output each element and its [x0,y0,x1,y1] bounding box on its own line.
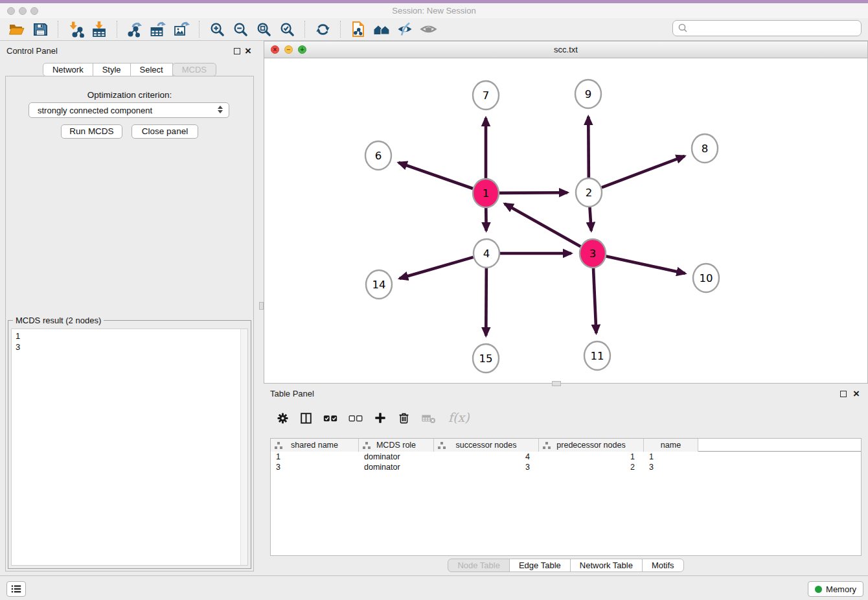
table-panel-title: Table Panel [270,389,314,398]
column-header-name[interactable]: name [644,439,698,452]
graph-edge-3-11[interactable] [593,268,596,333]
table-row[interactable]: 1dominator411 [271,452,861,462]
toolbar-separator [304,21,305,38]
mcds-result-scrollbar[interactable] [240,329,247,565]
table-cell[interactable]: 3 [271,462,359,472]
criterion-dropdown[interactable]: strongly connected component [29,102,229,118]
tab-select[interactable]: Select [130,63,173,76]
graph-node-7[interactable]: 7 [473,81,499,110]
memory-status-icon [815,586,822,593]
first-neighbors-button[interactable] [370,19,393,39]
tab-node-table[interactable]: Node Table [448,559,510,572]
graph-node-11[interactable]: 11 [584,341,610,370]
table-settings-button[interactable] [277,410,289,426]
close-panel-icon[interactable]: × [245,48,251,54]
graph-edge-4-15[interactable] [486,268,486,336]
table-cell[interactable]: 3 [644,462,698,472]
graph-edge-2-9[interactable] [588,117,589,178]
delete-row-button[interactable] [398,410,410,426]
tab-motifs[interactable]: Motifs [642,559,684,572]
graph-edge-3-1[interactable] [505,203,580,246]
node-table: shared nameMCDS rolesuccessor nodesprede… [270,438,862,556]
table-cell[interactable]: 3 [434,462,539,472]
memory-button[interactable]: Memory [808,581,863,597]
float-table-panel-icon[interactable] [840,391,847,397]
delete-table-button[interactable] [421,410,437,426]
mcds-result-group: MCDS result (2 nodes) 13 [8,320,251,569]
table-cell[interactable]: 2 [539,462,644,472]
graph-node-1[interactable]: 1 [473,179,499,207]
table-cell[interactable]: dominator [359,462,434,472]
zoom-selected-button[interactable] [275,19,299,39]
tab-network-table[interactable]: Network Table [570,559,643,572]
vertical-divider-handle[interactable] [259,302,264,310]
deselect-all-button[interactable] [348,410,363,426]
search-input[interactable] [689,22,861,35]
new-network-from-selection-button[interactable] [347,19,370,39]
horizontal-divider-handle[interactable] [552,381,561,386]
column-header-predecessor-nodes[interactable]: predecessor nodes [539,439,644,452]
graph-node-4[interactable]: 4 [474,239,499,268]
tab-network[interactable]: Network [43,63,93,76]
column-header-shared-name[interactable]: shared name [271,439,359,452]
column-type-icon [438,442,446,449]
search-box[interactable] [672,20,862,36]
graph-node-14[interactable]: 14 [366,270,392,299]
table-cell[interactable]: 1 [271,452,359,462]
graph-edge-2-8[interactable] [602,156,685,188]
select-all-button[interactable] [323,410,337,426]
column-header-label: MCDS role [376,441,416,450]
export-image-button[interactable] [170,19,193,39]
network-view-window: × − + scc.txt 7968124314101511 [264,41,868,384]
tab-mcds[interactable]: MCDS [172,63,216,76]
graph-edge-2-3[interactable] [589,207,591,231]
hide-selected-button[interactable] [393,19,417,39]
table-row[interactable]: 3dominator323 [271,462,861,472]
mcds-result-line: 1 [16,330,244,341]
import-network-button[interactable] [64,19,87,39]
graph-node-2[interactable]: 2 [576,178,602,207]
open-session-button[interactable] [5,19,29,39]
graph-node-15[interactable]: 15 [473,344,499,373]
table-columns-button[interactable] [300,410,312,426]
show-graphics-details-button[interactable] [417,19,440,39]
graph-edge-1-2[interactable] [499,192,567,193]
mcds-result-textarea[interactable]: 13 [11,329,248,566]
zoom-in-button[interactable] [205,19,229,39]
refresh-button[interactable] [311,19,334,39]
graph-node-9[interactable]: 9 [575,80,601,108]
table-cell[interactable]: 4 [434,452,539,462]
save-session-button[interactable] [29,19,52,39]
zoom-fit-button[interactable] [252,19,275,39]
graph-edge-4-14[interactable] [400,257,474,279]
function-builder-button[interactable]: f(x) [448,410,470,426]
import-table-button[interactable] [87,19,111,39]
column-header-successor-nodes[interactable]: successor nodes [434,439,539,452]
tab-edge-table[interactable]: Edge Table [509,559,571,572]
float-panel-icon[interactable] [234,48,240,54]
close-table-panel-icon[interactable]: × [853,391,860,397]
mcds-result-title: MCDS result (2 nodes) [13,316,104,325]
table-cell[interactable]: 1 [644,452,698,462]
network-canvas[interactable]: 7968124314101511 [264,58,867,383]
zoom-out-button[interactable] [229,19,252,39]
graph-node-6[interactable]: 6 [365,141,391,170]
graph-node-10[interactable]: 10 [693,264,719,292]
graph-node-label: 2 [586,187,593,199]
export-table-button[interactable] [146,19,170,39]
table-cell[interactable]: dominator [359,452,434,462]
column-header-MCDS-role[interactable]: MCDS role [359,439,434,452]
add-row-button[interactable] [374,410,387,426]
task-history-button[interactable] [6,581,26,597]
graph-edge-1-6[interactable] [398,163,473,189]
run-mcds-button[interactable]: Run MCDS [61,124,122,139]
refresh-icon [315,21,331,38]
export-network-button[interactable] [123,19,146,39]
table-cell[interactable]: 1 [539,452,644,462]
graph-edge-3-10[interactable] [606,256,685,273]
graph-node-3[interactable]: 3 [580,239,606,268]
tab-style[interactable]: Style [93,63,131,76]
graph-node-8[interactable]: 8 [692,134,718,163]
close-panel-button[interactable]: Close panel [131,124,198,139]
toolbar-separator [340,21,341,38]
